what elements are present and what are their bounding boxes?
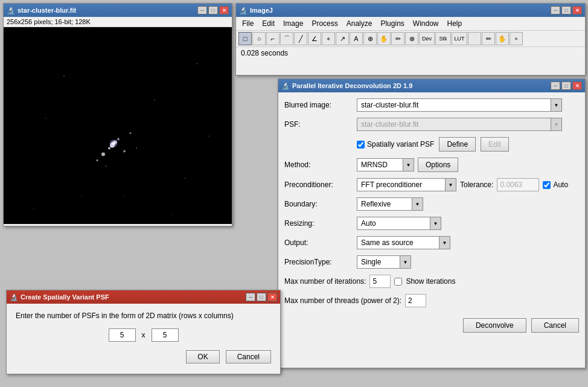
define-btn[interactable]: Define: [439, 137, 476, 152]
options-btn[interactable]: Options: [418, 158, 458, 172]
boundary-label: Boundary:: [284, 200, 357, 208]
spatially-variant-checkbox[interactable]: [357, 141, 365, 149]
tool-wand[interactable]: ↗: [336, 32, 349, 45]
menu-process[interactable]: Process: [308, 18, 341, 29]
imagej-status: 0.028 seconds: [236, 47, 585, 59]
tool-freehand[interactable]: ⌒: [280, 32, 293, 45]
resizing-arrow[interactable]: ▼: [430, 217, 441, 229]
imagej-toolbar: □ ○ ⌐ ⌒ ╱ ∠ + ↗ A ⊕ ✋ ✏ ⊗ Dev Stk LUT ✏ …: [236, 31, 585, 47]
boundary-arrow[interactable]: ▼: [412, 198, 423, 210]
svg-point-19: [172, 214, 173, 216]
svg-point-13: [63, 75, 65, 77]
svg-point-10: [136, 148, 137, 149]
star-close-btn[interactable]: ✕: [219, 6, 229, 14]
menu-plugins[interactable]: Plugins: [377, 18, 407, 29]
precision-combo[interactable]: Single ▼: [357, 255, 411, 269]
resizing-label: Resizing:: [284, 219, 357, 228]
menu-edit[interactable]: Edit: [258, 18, 278, 29]
psf-create-title-bar: 🔬 Create Spatially Variant PSF ─ □ ✕: [7, 290, 280, 304]
max-iterations-input[interactable]: [369, 275, 391, 288]
precision-arrow[interactable]: ▼: [400, 256, 411, 268]
deconv-maximize-btn[interactable]: □: [561, 82, 571, 90]
max-threads-input[interactable]: [405, 294, 426, 307]
preconditioner-arrow[interactable]: ▼: [445, 179, 456, 191]
output-arrow[interactable]: ▼: [439, 237, 450, 249]
image-info: 256x256 pixels; 16-bit; 128K: [4, 17, 232, 27]
deconv-close-btn[interactable]: ✕: [572, 82, 582, 90]
tool-pencil[interactable]: ✏: [391, 32, 404, 45]
tolerance-input[interactable]: 0.0063: [497, 178, 539, 191]
tool-zoom[interactable]: ⊕: [363, 32, 377, 45]
imagej-minimize-btn[interactable]: ─: [551, 6, 560, 14]
psf-row: PSF: star-cluster-blur.fit ▼: [284, 118, 579, 131]
deconv-minimize-btn[interactable]: ─: [551, 82, 560, 90]
tool-misc2[interactable]: ✏: [482, 32, 495, 45]
edit-btn[interactable]: Edit: [481, 137, 509, 152]
tool-rectangle[interactable]: □: [238, 32, 252, 45]
star-maximize-btn[interactable]: □: [208, 6, 218, 14]
psf-create-description: Enter the number of PSFs in the form of …: [16, 311, 271, 321]
tool-dev[interactable]: Dev: [419, 32, 435, 45]
deconvolve-btn[interactable]: Deconvolve: [463, 318, 526, 333]
tool-stk[interactable]: Stk: [435, 32, 451, 45]
auto-label[interactable]: Auto: [543, 181, 568, 189]
method-arrow[interactable]: ▼: [403, 159, 414, 171]
tool-text[interactable]: A: [350, 32, 363, 45]
auto-checkbox[interactable]: [543, 181, 551, 189]
method-combo[interactable]: MRNSD ▼: [357, 158, 414, 171]
svg-point-4: [117, 138, 120, 141]
psf-label: PSF:: [284, 120, 357, 129]
star-image-canvas: [4, 27, 232, 224]
psf-x-label: x: [142, 331, 145, 339]
psf-combo[interactable]: star-cluster-blur.fit ▼: [357, 118, 562, 131]
precision-value: Single: [357, 257, 400, 267]
cancel-btn[interactable]: Cancel: [531, 318, 579, 333]
svg-point-17: [196, 63, 197, 65]
max-threads-label: Max number of threads (power of 2):: [284, 296, 401, 305]
preconditioner-value: FFT preconditioner: [357, 179, 445, 190]
tool-point[interactable]: +: [322, 32, 335, 45]
blurred-image-arrow[interactable]: ▼: [551, 99, 561, 111]
menu-file[interactable]: File: [238, 18, 257, 29]
tool-hand[interactable]: ✋: [377, 32, 391, 45]
deconv-title-icon: 🔬: [281, 82, 290, 90]
preconditioner-combo[interactable]: FFT preconditioner ▼: [357, 178, 456, 191]
psf-arrow[interactable]: ▼: [551, 118, 561, 130]
resizing-combo[interactable]: Auto ▼: [357, 217, 441, 230]
menu-window[interactable]: Window: [409, 18, 443, 29]
star-minimize-btn[interactable]: ─: [197, 6, 207, 14]
tool-lut[interactable]: LUT: [452, 32, 467, 45]
psf-create-close-btn[interactable]: ✕: [267, 293, 277, 301]
max-iterations-row: Max number of iterations: Show iteration…: [284, 275, 579, 288]
spatially-variant-label[interactable]: Spatially variant PSF: [357, 140, 434, 149]
show-iterations-checkbox[interactable]: [394, 278, 402, 286]
tool-angle[interactable]: ∠: [308, 32, 321, 45]
psf-cols-input[interactable]: [152, 328, 179, 342]
tool-misc1[interactable]: [468, 32, 481, 45]
psf-ok-btn[interactable]: OK: [186, 350, 219, 363]
imagej-maximize-btn[interactable]: □: [561, 6, 571, 14]
blurred-image-combo[interactable]: star-cluster-blur.fit ▼: [357, 98, 562, 112]
preconditioner-row: Preconditioner: FFT preconditioner ▼ Tol…: [284, 178, 579, 191]
psf-create-minimize-btn[interactable]: ─: [246, 293, 255, 301]
tool-more[interactable]: »: [510, 32, 523, 45]
deconv-window-title: Parallel Iterative Deconvolution 2D 1.9: [292, 82, 412, 89]
menu-image[interactable]: Image: [280, 18, 307, 29]
psf-rows-input[interactable]: [109, 328, 136, 342]
menu-analyze[interactable]: Analyze: [343, 18, 376, 29]
psf-create-window: 🔬 Create Spatially Variant PSF ─ □ ✕ Ent…: [6, 290, 281, 374]
imagej-close-btn[interactable]: ✕: [572, 6, 582, 14]
psf-cancel-btn[interactable]: Cancel: [226, 350, 271, 363]
tool-cross[interactable]: ⊗: [405, 32, 418, 45]
tool-misc3[interactable]: ✋: [496, 32, 509, 45]
star-image-window: 🔬 star-cluster-blur.fit ─ □ ✕ 256x256 pi…: [3, 3, 232, 226]
boundary-combo[interactable]: Reflexive ▼: [357, 197, 423, 211]
tool-polygon[interactable]: ⌐: [266, 32, 280, 45]
tool-oval[interactable]: ○: [252, 32, 266, 45]
psf-create-title-icon: 🔬: [10, 293, 18, 301]
output-combo[interactable]: Same as source ▼: [357, 236, 450, 249]
svg-point-9: [106, 166, 107, 167]
menu-help[interactable]: Help: [444, 18, 466, 29]
psf-create-maximize-btn[interactable]: □: [257, 293, 266, 301]
tool-line[interactable]: ╱: [294, 32, 307, 45]
